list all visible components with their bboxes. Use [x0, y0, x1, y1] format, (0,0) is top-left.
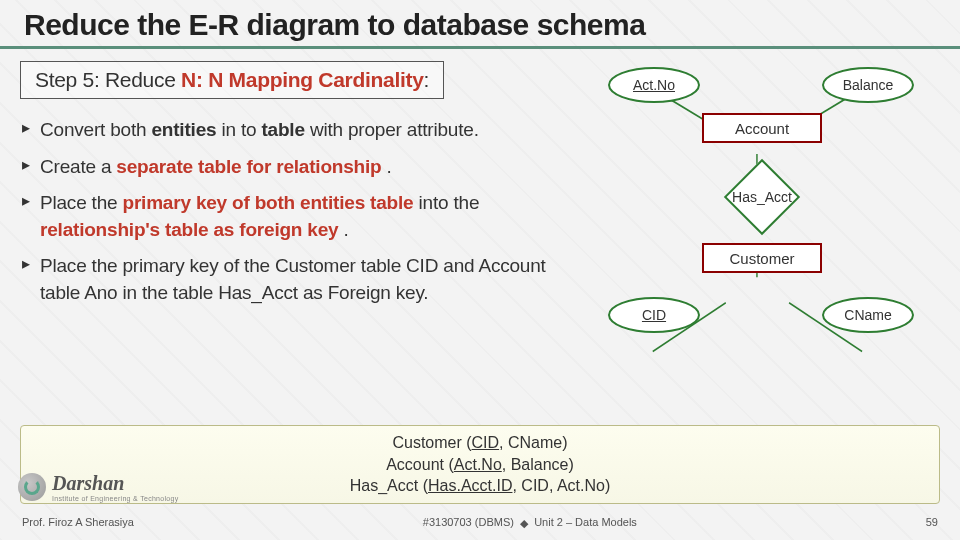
schema-line: Customer (CID, CName)	[31, 432, 929, 454]
institute-logo: Darshan Institute of Engineering & Techn…	[18, 472, 179, 502]
attr-balance: Balance	[822, 67, 914, 103]
entity-account: Account	[702, 113, 822, 143]
relationship-has-acct: Has_Acct	[692, 169, 832, 225]
step-highlight: N: N Mapping Cardinality	[181, 68, 423, 91]
entity-customer: Customer	[702, 243, 822, 273]
relationship-label: Has_Acct	[692, 169, 832, 225]
step-heading-box: Step 5: Reduce N: N Mapping Cardinality:	[20, 61, 444, 99]
step-prefix: Step 5: Reduce	[35, 68, 181, 91]
footer-course-code: #3130703 (DBMS)	[423, 516, 514, 528]
footer-author: Prof. Firoz A Sherasiya	[22, 516, 134, 528]
er-diagram: Act.No Balance Account Has_Acct Customer…	[570, 61, 940, 421]
step-suffix: :	[424, 68, 430, 91]
bullet-item: Place the primary key of the Customer ta…	[20, 253, 560, 306]
attr-cid: CID	[608, 297, 700, 333]
diamond-icon: ◆	[520, 517, 528, 530]
page-title: Reduce the E-R diagram to database schem…	[24, 8, 936, 42]
logo-word: Darshan	[52, 472, 179, 495]
footer: Prof. Firoz A Sherasiya #3130703 (DBMS) …	[0, 504, 960, 540]
attr-actno: Act.No	[608, 67, 700, 103]
footer-unit: Unit 2 – Data Models	[534, 516, 637, 528]
title-bar: Reduce the E-R diagram to database schem…	[0, 0, 960, 49]
bullet-item: Place the primary key of both entities t…	[20, 190, 560, 243]
bullet-item: Create a separate table for relationship…	[20, 154, 560, 181]
logo-mark-icon	[18, 473, 46, 501]
bullet-list: Convert both entities in to table with p…	[20, 117, 560, 307]
logo-subtitle: Institute of Engineering & Technology	[52, 495, 179, 502]
footer-page-number: 59	[926, 516, 938, 528]
attr-cname: CName	[822, 297, 914, 333]
bullet-item: Convert both entities in to table with p…	[20, 117, 560, 144]
